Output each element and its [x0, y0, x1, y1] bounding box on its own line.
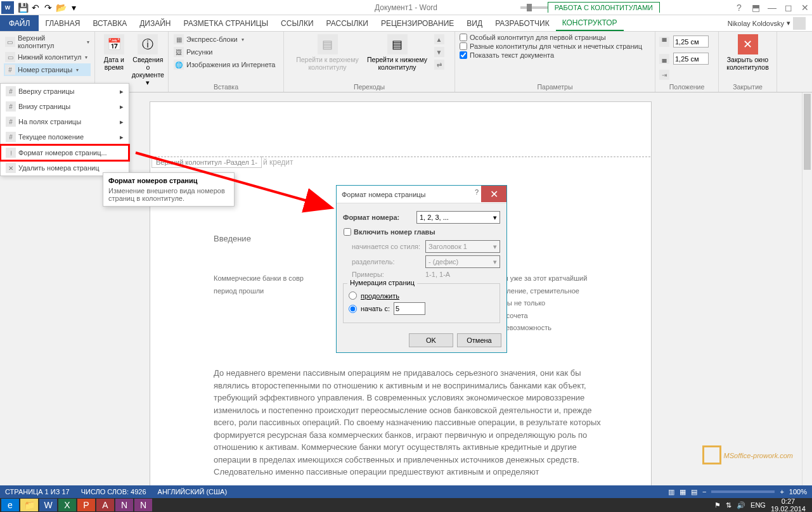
tab-home[interactable]: ГЛАВНАЯ [39, 15, 86, 31]
number-format-combo[interactable]: 1, 2, 3, ...▾ [416, 211, 500, 224]
first-page-different-checkbox[interactable]: Особый колонтитул для первой страницы [459, 33, 651, 42]
zoom-in-icon[interactable]: + [780, 488, 783, 496]
header-icon: ▭ [5, 37, 15, 47]
dialog-help-icon[interactable]: ? [475, 188, 479, 196]
tab-view[interactable]: ВИД [460, 15, 489, 31]
tab-layout[interactable]: РАЗМЕТКА СТРАНИЦЫ [177, 15, 275, 31]
header-from-top-icon: ▀ [659, 37, 669, 47]
web-picture-icon: 🌐 [174, 60, 184, 70]
delete-icon: ✕ [6, 163, 16, 173]
tooltip-body: Изменение внешнего вида номеров страниц … [108, 187, 229, 202]
tab-mailings[interactable]: РАССЫЛКИ [320, 15, 375, 31]
ie-icon[interactable]: e [1, 499, 19, 511]
online-pictures-button[interactable]: 🌐Изображения из Интернета [172, 58, 280, 71]
zoom-slider[interactable] [711, 490, 775, 493]
page-number-button[interactable]: #Номер страницы▾ [4, 63, 91, 76]
datetime-button[interactable]: 📅Дата и время [99, 33, 129, 87]
maximize-icon[interactable]: ◻ [783, 3, 794, 13]
qat-customize-icon[interactable]: ▾ [67, 1, 80, 14]
user-account[interactable]: Nikolay Koldovsky ▾ [721, 15, 812, 31]
watermark: MSoffice-prowork.com [702, 445, 793, 464]
dd-page-margins[interactable]: #На полях страницы▸ [1, 114, 129, 129]
goto-footer-button[interactable]: ▤Перейти к нижнему колонтитулу [364, 33, 431, 71]
continue-radio[interactable]: продолжить [349, 291, 494, 300]
ribbon-display-icon[interactable]: ⬒ [750, 3, 761, 13]
tray-clock[interactable]: 0:2719.02.2014 [771, 497, 806, 512]
view-web-icon[interactable]: ▤ [691, 488, 697, 496]
start-at-radio[interactable]: начать с: [349, 302, 494, 315]
dd-bottom-of-page[interactable]: #Внизу страницы▸ [1, 99, 129, 114]
onenote2-taskbar-icon[interactable]: N [134, 499, 152, 511]
dialog-title: Формат номера страницы [342, 191, 426, 198]
header-button[interactable]: ▭Верхний колонтитул▾ [4, 33, 91, 51]
page-indicator[interactable]: СТРАНИЦА 1 ИЗ 17 [5, 488, 70, 496]
tab-constructor[interactable]: КОНСТРУКТОР [556, 15, 624, 31]
top-page-icon: # [6, 86, 16, 96]
number-format-label: Формат номера: [343, 214, 413, 221]
link-icon[interactable]: ⇄ [434, 60, 444, 70]
quick-parts-button[interactable]: ▦Экспресс-блоки▾ [172, 33, 280, 46]
pictures-button[interactable]: 🖼Рисунки [172, 46, 280, 58]
tray-sound-icon[interactable]: 🔊 [737, 501, 745, 509]
tab-references[interactable]: ССЫЛКИ [274, 15, 319, 31]
word-count[interactable]: ЧИСЛО СЛОВ: 4926 [81, 488, 146, 496]
tab-developer[interactable]: РАЗРАБОТЧИК [489, 15, 556, 31]
status-bar: СТРАНИЦА 1 ИЗ 17 ЧИСЛО СЛОВ: 4926 АНГЛИЙ… [0, 485, 812, 498]
zoom-level[interactable]: 100% [789, 488, 807, 496]
view-print-icon[interactable]: ▦ [680, 488, 686, 496]
undo-icon[interactable]: ↶ [29, 1, 42, 14]
dialog-titlebar[interactable]: Формат номера страницы ? ✕ [337, 186, 506, 203]
minimize-icon[interactable]: — [766, 3, 778, 13]
quick-access-toolbar: W 💾 ↶ ↷ 📂 ▾ [0, 1, 80, 14]
chapter-style-combo: Заголовок 1▾ [425, 240, 500, 253]
close-header-footer-button[interactable]: ✕ Закрыть окно колонтитулов [723, 33, 773, 71]
view-read-icon[interactable]: ▥ [668, 488, 674, 496]
help-icon[interactable]: ? [733, 3, 745, 13]
prev-icon[interactable]: ▲ [434, 34, 444, 44]
page-numbering-group: Нумерация страниц продолжить начать с: [343, 283, 500, 323]
excel-taskbar-icon[interactable]: X [58, 499, 76, 511]
tray-network-icon[interactable]: ⇅ [726, 501, 731, 509]
dd-top-of-page[interactable]: #Вверху страницы▸ [1, 84, 129, 99]
open-icon[interactable]: 📂 [55, 1, 67, 14]
next-icon[interactable]: ▼ [434, 47, 444, 57]
alignment-tab-icon[interactable]: ⇥ [659, 70, 669, 80]
tab-review[interactable]: РЕЦЕНЗИРОВАНИЕ [375, 15, 460, 31]
odd-even-different-checkbox[interactable]: Разные колонтитулы для четных и нечетных… [459, 42, 651, 51]
tooltip: Формат номеров страниц Изменение внешнег… [103, 172, 235, 207]
tray-flag-icon[interactable]: ⚑ [714, 501, 721, 509]
close-icon[interactable]: ✕ [799, 3, 811, 13]
show-document-text-checkbox[interactable]: Показать текст документа [459, 51, 651, 60]
ribbon-tabs: ФАЙЛ ГЛАВНАЯ ВСТАВКА ДИЗАЙН РАЗМЕТКА СТР… [0, 15, 812, 32]
scrollbar-thumb[interactable] [804, 94, 811, 170]
dd-current-position[interactable]: #Текущее положение▸ [1, 129, 129, 145]
explorer-icon[interactable]: 📁 [20, 499, 38, 511]
include-chapter-checkbox[interactable]: Включить номер главы [343, 227, 500, 236]
vertical-scrollbar[interactable] [802, 93, 812, 485]
language-indicator[interactable]: АНГЛИЙСКИЙ (США) [158, 488, 228, 496]
footer-from-bottom-input[interactable]: 1,25 см [673, 53, 709, 65]
tab-design[interactable]: ДИЗАЙН [133, 15, 177, 31]
dialog-close-icon[interactable]: ✕ [481, 186, 506, 202]
picture-icon: 🖼 [174, 47, 184, 57]
tray-language[interactable]: ENG [751, 501, 766, 509]
dd-format-page-numbers[interactable]: ⁞Формат номеров страниц... [1, 145, 129, 160]
word-taskbar-icon[interactable]: W [39, 499, 57, 511]
redo-icon[interactable]: ↷ [42, 1, 55, 14]
ok-button[interactable]: OK [409, 333, 453, 347]
docinfo-button[interactable]: ⓘСведения о документе▾ [132, 33, 164, 87]
start-at-input[interactable] [394, 302, 425, 315]
access-taskbar-icon[interactable]: A [96, 499, 114, 511]
powerpoint-taskbar-icon[interactable]: P [77, 499, 95, 511]
cancel-button[interactable]: Отмена [457, 333, 501, 347]
tab-insert[interactable]: ВСТАВКА [86, 15, 133, 31]
goto-header-icon: ▤ [318, 34, 338, 54]
header-from-top-input[interactable]: 1,25 см [673, 35, 709, 48]
footer-button[interactable]: ▭Нижний колонтитул▾ [4, 51, 91, 63]
zoom-out-icon[interactable]: − [702, 488, 706, 496]
separator-combo: - (дефис)▾ [425, 255, 500, 268]
file-tab[interactable]: ФАЙЛ [0, 15, 39, 31]
close-group-label: Закрытие [719, 83, 777, 91]
save-icon[interactable]: 💾 [16, 1, 29, 14]
onenote-taskbar-icon[interactable]: N [115, 499, 133, 511]
